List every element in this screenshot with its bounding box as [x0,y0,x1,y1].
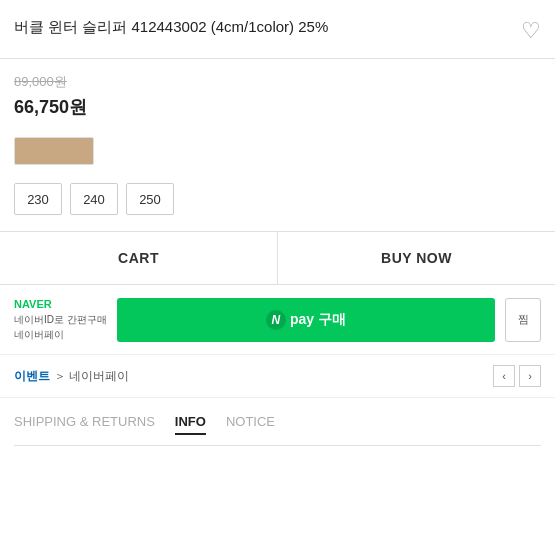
event-label-colored[interactable]: 이벤트 [14,369,50,383]
price-section: 89,000원 66,750원 [0,59,555,129]
tab-section: SHIPPING & RETURNS INFO NOTICE [0,398,555,445]
naver-pay-section: NAVER 네이버ID로 간편구매 네이버페이 N pay 구매 찜 [0,285,555,355]
events-section: 이벤트 ＞ 네이버페이 ‹ › [0,355,555,398]
color-section [0,129,555,175]
arrow-right-button[interactable]: › [519,365,541,387]
color-swatch[interactable] [14,137,94,165]
npay-n-icon: N [266,310,286,330]
tab-notice[interactable]: NOTICE [226,414,275,435]
size-section: 230 240 250 [0,175,555,231]
npay-label: pay 구매 [290,311,346,329]
npay-button[interactable]: N pay 구매 [117,298,495,342]
wishlist-icon[interactable]: ♡ [521,18,541,44]
naver-sub-line1: 네이버ID로 간편구매 [14,312,107,327]
buy-now-button[interactable]: BUY NOW [278,232,555,284]
zzim-button[interactable]: 찜 [505,298,541,342]
tab-divider [14,445,541,446]
action-buttons: CART BUY NOW [0,231,555,285]
cart-button[interactable]: CART [0,232,278,284]
sale-price: 66,750원 [14,95,541,119]
naver-sub-line2: 네이버페이 [14,327,107,342]
original-price: 89,000원 [14,73,541,91]
arrow-left-button[interactable]: ‹ [493,365,515,387]
tab-shipping-returns[interactable]: SHIPPING & RETURNS [14,414,155,435]
event-info: 이벤트 ＞ 네이버페이 [14,368,129,385]
size-button-240[interactable]: 240 [70,183,118,215]
tab-info[interactable]: INFO [175,414,206,435]
event-link-text: 네이버페이 [69,369,129,383]
product-title: 버클 윈터 슬리퍼 412443002 (4cm/1color) 25% [14,18,521,37]
product-title-section: 버클 윈터 슬리퍼 412443002 (4cm/1color) 25% ♡ [0,0,555,59]
naver-info: NAVER 네이버ID로 간편구매 네이버페이 [14,297,107,342]
size-button-250[interactable]: 250 [126,183,174,215]
naver-label: NAVER [14,297,107,312]
size-button-230[interactable]: 230 [14,183,62,215]
nav-arrows: ‹ › [493,365,541,387]
event-label-text: ＞ [54,369,69,383]
